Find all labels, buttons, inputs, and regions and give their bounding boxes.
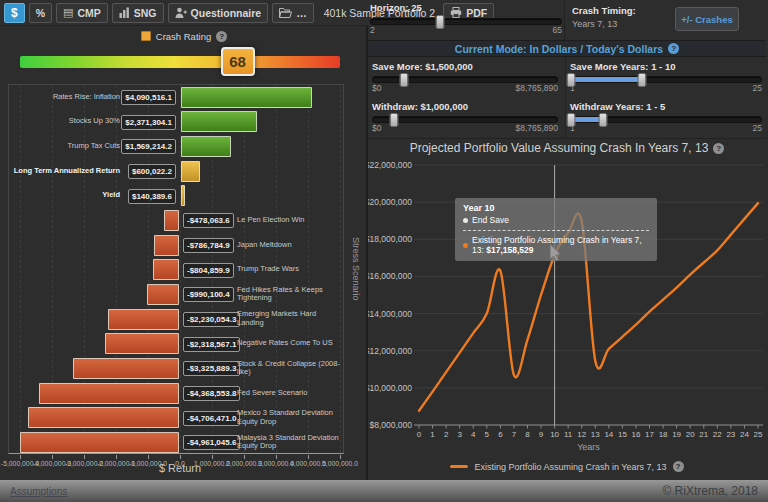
x-tick-label: 19 bbox=[672, 430, 681, 439]
horizon-label: Horizon: bbox=[370, 2, 409, 13]
save-more-years-control: Save More Years: 1 - 10 1 25 bbox=[570, 61, 762, 93]
tornado-x-axis-title: $ Return bbox=[60, 462, 300, 474]
footer-bar: Assumptions © RiXtrema, 2018 bbox=[0, 480, 768, 502]
horizon-value: 25 bbox=[411, 2, 422, 13]
tooltip-series: Existing Portfolio Assuming Crash in Yea… bbox=[472, 235, 649, 255]
tornado-tick bbox=[20, 455, 21, 459]
save-more-min: $0 bbox=[372, 83, 381, 93]
tornado-tick bbox=[340, 455, 341, 459]
tornado-bar bbox=[181, 161, 200, 182]
cmp-label: CMP bbox=[77, 7, 100, 19]
save-more-years-thumb-low[interactable] bbox=[567, 73, 576, 87]
save-more-slider-thumb[interactable] bbox=[400, 73, 409, 87]
tornado-row-label: Yield bbox=[11, 185, 120, 206]
x-tick-label: 25 bbox=[754, 430, 763, 439]
tornado-bar bbox=[181, 111, 257, 132]
tornado-value-box: -$786,784.9 bbox=[183, 238, 234, 253]
tornado-row-label: Negative Rates Come To US bbox=[237, 333, 340, 354]
horizon-slider[interactable] bbox=[370, 18, 562, 25]
x-tick-label: 8 bbox=[525, 430, 530, 439]
tornado-y-axis-title: Stress Scenario bbox=[345, 84, 361, 454]
tornado-tick bbox=[116, 455, 117, 459]
horizon-max: 65 bbox=[553, 25, 562, 35]
tooltip-year: Year 10 bbox=[463, 203, 649, 213]
withdraw-slider-thumb[interactable] bbox=[389, 113, 398, 127]
tornado-bar bbox=[181, 136, 231, 157]
questionnaire-label: Questionnaire bbox=[191, 7, 262, 19]
tornado-bar bbox=[153, 259, 179, 280]
save-more-slider[interactable] bbox=[372, 76, 558, 83]
tornado-bar bbox=[20, 432, 179, 453]
x-tick-label: 11 bbox=[564, 430, 573, 439]
crash-rating-label: Crash Rating bbox=[156, 31, 211, 42]
y-tick-label: $14,000,000 bbox=[368, 309, 412, 319]
x-tick-label: 24 bbox=[740, 430, 749, 439]
tornado-value-box: -$2,230,054.3 bbox=[183, 312, 240, 327]
x-tick-label: 0 bbox=[417, 430, 422, 439]
tornado-value-box: $140,389.6 bbox=[128, 189, 176, 204]
toolbar: $ % ▤ CMP SNG Questionnaire … 401k Sampl… bbox=[0, 0, 368, 26]
crash-rating-gauge bbox=[20, 56, 340, 68]
legend-help-icon[interactable]: ? bbox=[673, 461, 684, 472]
crash-rating-help-icon[interactable]: ? bbox=[216, 31, 227, 42]
open-portfolio-button[interactable]: … bbox=[272, 3, 314, 23]
withdraw-years-slider[interactable] bbox=[570, 116, 762, 123]
tornado-bar bbox=[181, 185, 185, 206]
crash-rating-value-badge: 68 bbox=[221, 47, 255, 76]
x-tick-label: 16 bbox=[632, 430, 641, 439]
save-more-years-value: 1 - 10 bbox=[651, 61, 675, 72]
withdraw-min: $0 bbox=[372, 123, 381, 133]
horizon-slider-thumb[interactable] bbox=[436, 15, 445, 29]
x-tick-label: 10 bbox=[550, 430, 559, 439]
tornado-value-box: -$804,859.9 bbox=[183, 263, 234, 278]
tornado-tick bbox=[52, 455, 53, 459]
y-tick-label: $20,000,000 bbox=[368, 197, 412, 207]
withdraw-slider[interactable] bbox=[372, 116, 558, 123]
projection-chart: $8,000,000$10,000,000$12,000,000$14,000,… bbox=[368, 140, 766, 460]
tornado-value-box: -$478,063.6 bbox=[183, 213, 234, 228]
x-tick-label: 18 bbox=[659, 430, 668, 439]
x-tick-label: 6 bbox=[498, 430, 503, 439]
tornado-tick-label: 5,000,000.0 bbox=[308, 460, 372, 467]
horizon-control: Horizon: 25 2 65 bbox=[370, 2, 562, 35]
tornado-tick bbox=[212, 455, 213, 459]
x-tick-label: 15 bbox=[618, 430, 627, 439]
tornado-bar bbox=[28, 407, 179, 428]
save-more-years-slider[interactable] bbox=[570, 76, 762, 83]
tornado-bar bbox=[147, 284, 179, 305]
tornado-row-label: Stocks Up 30% bbox=[11, 111, 120, 132]
tornado-tick bbox=[180, 455, 181, 459]
plus-minus-crashes-button[interactable]: +/- Crashes bbox=[675, 7, 739, 31]
cmp-button[interactable]: ▤ CMP bbox=[56, 3, 108, 23]
questionnaire-button[interactable]: Questionnaire bbox=[168, 3, 269, 23]
percent-mode-button[interactable]: % bbox=[29, 3, 52, 23]
withdraw-years-thumb-low[interactable] bbox=[567, 113, 576, 127]
x-tick-label: 20 bbox=[686, 430, 695, 439]
mode-help-icon[interactable]: ? bbox=[668, 43, 679, 54]
x-tick-label: 22 bbox=[713, 430, 722, 439]
tornado-row-label: Rates Rise: Inflation bbox=[11, 87, 120, 108]
tornado-bar bbox=[105, 333, 179, 354]
tornado-tick bbox=[276, 455, 277, 459]
legend-line-swatch bbox=[450, 465, 468, 468]
tornado-bar bbox=[154, 235, 179, 256]
dollar-mode-button[interactable]: $ bbox=[4, 3, 25, 23]
assumptions-link[interactable]: Assumptions bbox=[10, 486, 67, 497]
save-more-years-thumb-high[interactable] bbox=[638, 73, 647, 87]
tornado-bar bbox=[73, 358, 179, 379]
tornado-tick bbox=[244, 455, 245, 459]
tooltip-series-value: $17,158,529 bbox=[486, 245, 533, 255]
tornado-value-box: $600,022.2 bbox=[128, 164, 176, 179]
horizon-min: 2 bbox=[370, 25, 375, 35]
y-tick-label: $22,000,000 bbox=[368, 160, 412, 170]
tornado-value-box: -$4,368,553.8 bbox=[183, 386, 240, 401]
mode-bar-text: Current Mode: In Dollars / Today's Dolla… bbox=[455, 43, 663, 55]
tornado-value-box: $2,371,304.1 bbox=[121, 115, 176, 130]
tornado-value-box: $1,569,214.2 bbox=[121, 139, 176, 154]
x-tick-label: 7 bbox=[512, 430, 517, 439]
legend-label: Existing Portfolio Assuming Crash in Yea… bbox=[474, 462, 666, 472]
tornado-row-label: Malaysia 3 Standard Deviation Equity Dro… bbox=[237, 432, 340, 453]
app-window: $ % ▤ CMP SNG Questionnaire … 401k Sampl… bbox=[0, 0, 768, 480]
withdraw-years-thumb-high[interactable] bbox=[598, 113, 607, 127]
sng-button[interactable]: SNG bbox=[112, 3, 164, 23]
